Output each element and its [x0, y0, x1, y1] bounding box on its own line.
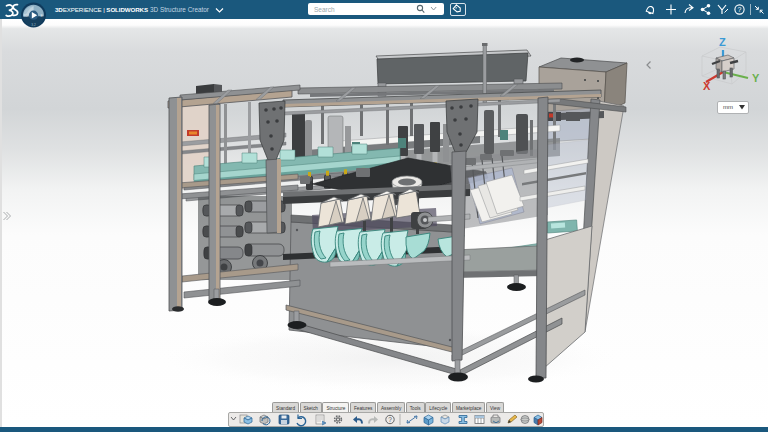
svg-text:?: ? — [738, 6, 742, 13]
svg-text:Z: Z — [719, 36, 726, 48]
svg-text:3D: 3D — [24, 14, 29, 18]
svg-text:3.2: 3.2 — [31, 23, 36, 27]
svg-text:X: X — [703, 80, 711, 92]
svg-text:?: ? — [388, 416, 392, 423]
svg-text:Y: Y — [752, 72, 760, 84]
